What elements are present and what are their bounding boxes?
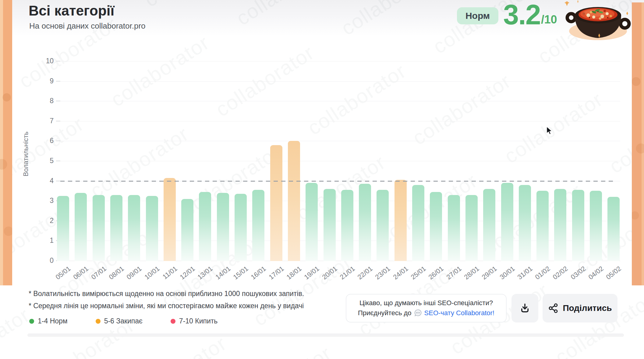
bar-26/01[interactable] [430,192,442,261]
bar-22/01[interactable] [359,184,371,261]
status-badge: Норм [457,7,498,24]
gridline-y-5 [60,161,620,161]
bar-21/01[interactable] [341,190,353,261]
bar-05/02[interactable] [607,197,620,261]
y-tick-10 [56,61,60,61]
x-axis-label-07/01: 07/01 [90,265,108,281]
x-axis-label-31/01: 31/01 [516,265,534,281]
seo-chat-cta: Цікаво, що думають інші SEO-спеціалісти?… [346,294,507,322]
x-axis-label-01/02: 01/02 [534,265,552,281]
bar-14/01[interactable] [217,193,229,261]
x-axis-label-06/01: 06/01 [72,265,90,281]
x-axis-label-04/02: 04/02 [587,265,605,281]
x-axis-label-24/01: 24/01 [391,265,409,281]
bar-05/01[interactable] [57,196,69,261]
x-axis-label-20/01: 20/01 [320,265,338,281]
bar-28/01[interactable] [465,195,478,261]
chart-legend: 1-4 Норм5-6 Закипає7-10 Кипить [29,317,218,325]
x-axis-label-23/01: 23/01 [374,265,392,281]
volatility-report-page: collaborator collaborator collaborator c… [0,0,644,359]
cta-line-2-prefix: Приєднуйтесь до [358,309,412,317]
cta-line-2: Приєднуйтесь до SEO-чату Collaborator! [358,309,494,317]
x-axis-label-08/01: 08/01 [108,265,126,281]
x-axis-label-30/01: 30/01 [498,265,516,281]
bar-31/01[interactable] [519,185,531,261]
bar-18/01[interactable] [288,141,300,261]
seo-chat-link[interactable]: SEO-чату Collaborator! [424,309,494,317]
y-tick-8 [56,101,60,101]
bar-06/01[interactable] [75,193,87,261]
y-tick-9 [56,81,60,82]
legend-label-0: 1-4 Норм [38,317,68,325]
y-tick-6 [56,141,60,141]
x-axis-label-05/02: 05/02 [605,265,623,281]
bar-10/01[interactable] [146,196,158,261]
bar-04/02[interactable] [590,191,602,261]
speech-bubble-icon [414,309,422,317]
bar-24/01[interactable] [395,180,407,261]
y-axis-label-7: 7 [35,117,54,125]
x-axis-label-18/01: 18/01 [285,265,303,281]
x-axis-label-09/01: 09/01 [125,265,143,281]
y-axis-label-3: 3 [35,197,54,205]
x-axis-label-11/01: 11/01 [161,265,179,281]
y-axis-label-9: 9 [35,77,54,85]
y-axis-label-6: 6 [35,137,54,145]
gridline-y-10 [60,61,620,61]
bar-12/01[interactable] [181,199,193,261]
gridline-y-8 [60,101,620,101]
bar-19/01[interactable] [306,183,318,261]
x-axis-label-21/01: 21/01 [338,265,356,281]
y-tick-5 [56,161,60,161]
threshold-dashed-line [60,181,614,182]
bar-01/02[interactable] [536,191,549,261]
share-button[interactable]: Поділитись [543,294,617,322]
y-axis-title: Волатильність [22,124,30,184]
score-denominator: /10 [541,13,557,29]
download-button[interactable] [511,294,538,322]
bar-08/01[interactable] [110,195,122,261]
bar-23/01[interactable] [377,190,389,261]
x-axis-label-10/01: 10/01 [143,265,161,281]
bar-29/01[interactable] [483,189,495,261]
bar-20/01[interactable] [324,189,336,261]
x-axis-label-17/01: 17/01 [267,265,285,281]
x-axis-label-05/01: 05/01 [54,265,72,281]
gridline-y-6 [60,141,620,141]
x-axis-label-14/01: 14/01 [214,265,232,281]
share-button-label: Поділитись [563,303,612,313]
x-axis-label-27/01: 27/01 [445,265,463,281]
x-axis-label-15/01: 15/01 [232,265,250,281]
legend-dot-2 [171,319,175,324]
bar-07/01[interactable] [93,195,105,261]
bar-09/01[interactable] [128,195,140,261]
y-axis-label-4: 4 [35,177,54,185]
bar-30/01[interactable] [501,183,513,261]
x-axis-label-03/02: 03/02 [569,265,587,281]
bar-13/01[interactable] [199,192,211,261]
bar-27/01[interactable] [448,195,460,261]
bar-03/02[interactable] [572,190,584,261]
y-axis-label-5: 5 [35,157,54,165]
bar-17/01[interactable] [270,145,282,261]
y-tick-4 [56,181,60,181]
legend-dot-1 [96,319,101,324]
bar-16/01[interactable] [252,190,264,261]
x-axis-label-02/02: 02/02 [551,265,569,281]
x-axis-label-26/01: 26/01 [427,265,445,281]
legend-item-1: 5-6 Закипає [96,317,143,325]
y-axis-label-1: 1 [35,236,54,245]
share-nodes-icon [548,303,558,313]
bar-15/01[interactable] [235,194,247,261]
bar-25/01[interactable] [412,185,424,261]
cta-line-1: Цікаво, що думають інші SEO-спеціалісти? [359,299,493,307]
y-axis-label-0: 0 [35,256,54,265]
bar-02/02[interactable] [554,189,566,261]
gridline-y-9 [60,81,620,82]
bar-11/01[interactable] [164,178,176,261]
legend-label-1: 5-6 Закипає [104,317,143,325]
x-axis-label-29/01: 29/01 [480,265,498,281]
gridline-y-7 [60,121,620,121]
x-axis-label-13/01: 13/01 [196,265,214,281]
bottom-divider [27,333,624,337]
